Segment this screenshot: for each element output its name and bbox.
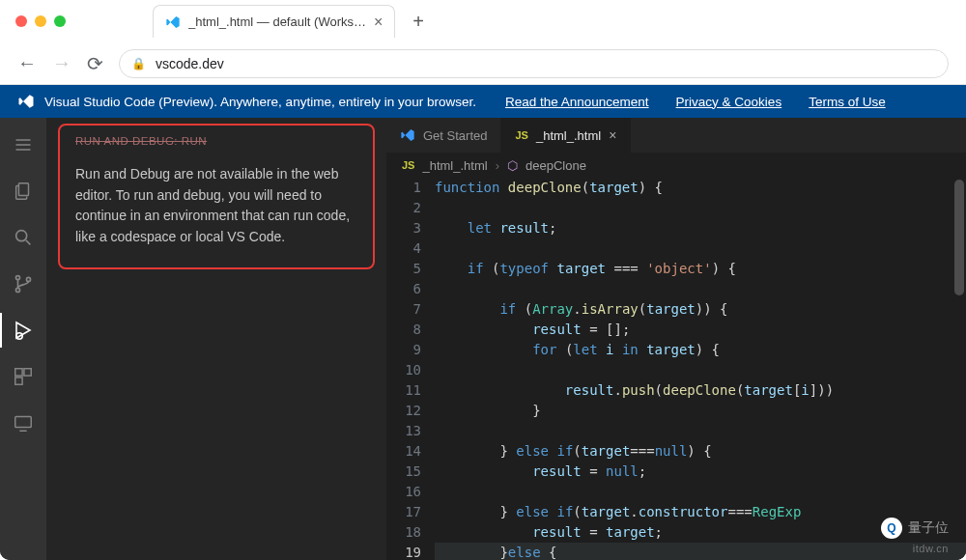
line-number: 19 (386, 543, 421, 560)
address-bar[interactable]: 🔒 vscode.dev (119, 49, 949, 78)
code-line[interactable]: }else { (435, 543, 966, 560)
new-tab-button[interactable]: + (412, 11, 424, 33)
line-number: 2 (386, 198, 421, 218)
chevron-right-icon: › (496, 158, 499, 173)
code-line[interactable] (435, 279, 966, 299)
line-number: 18 (386, 522, 421, 543)
code-line[interactable]: for (let i in target) { (435, 340, 966, 360)
run-debug-tab[interactable] (0, 309, 46, 351)
watermark-text: 量子位 (908, 519, 949, 537)
editor-tab-html[interactable]: JS _html_.html × (501, 118, 631, 153)
branch-icon (13, 273, 34, 294)
announcement-text: Visual Studio Code (Preview). Anywhere, … (44, 95, 476, 109)
maximize-window-button[interactable] (54, 15, 66, 27)
remote-tab[interactable] (0, 402, 46, 444)
remote-icon (13, 412, 34, 434)
code-content[interactable]: function deepClone(target) { let result;… (435, 178, 966, 560)
line-number: 12 (386, 401, 421, 421)
close-window-button[interactable] (15, 15, 27, 27)
svg-point-4 (26, 277, 30, 281)
vscode-icon (17, 93, 35, 110)
code-line[interactable] (435, 360, 966, 380)
forward-button[interactable]: → (52, 52, 71, 74)
line-number: 8 (386, 320, 421, 340)
editor-tab-get-started[interactable]: Get Started (386, 118, 501, 153)
link-terms[interactable]: Terms of Use (809, 95, 886, 109)
line-number: 9 (386, 340, 421, 360)
code-line[interactable] (435, 238, 966, 259)
url-text: vscode.dev (156, 56, 224, 71)
watermark-sub: itdw.cn (913, 543, 949, 554)
svg-point-1 (16, 231, 27, 241)
line-number: 3 (386, 218, 421, 238)
search-tab[interactable] (0, 216, 46, 259)
minimize-window-button[interactable] (35, 15, 46, 27)
extensions-tab[interactable] (0, 355, 46, 398)
link-announcement[interactable]: Read the Announcement (505, 95, 649, 109)
line-number: 5 (386, 259, 421, 279)
svg-rect-0 (18, 183, 28, 196)
code-line[interactable]: if (Array.isArray(target)) { (435, 299, 966, 320)
browser-tab-strip: _html_.html — default (Works… × + (0, 0, 966, 42)
editor-tab-bar: Get Started JS _html_.html × (386, 118, 966, 153)
code-line[interactable]: result.push(deepClone(target[i])) (435, 380, 966, 401)
editor-area: Get Started JS _html_.html × JS _html_.h… (386, 118, 966, 560)
watermark-logo: Q (881, 518, 902, 539)
code-line[interactable]: result = []; (435, 320, 966, 340)
svg-rect-7 (24, 369, 31, 376)
code-line[interactable]: let result; (435, 218, 966, 238)
line-number: 11 (386, 380, 421, 401)
source-control-tab[interactable] (0, 263, 46, 305)
code-line[interactable] (435, 482, 966, 502)
breadcrumbs[interactable]: JS _html_.html › ⬡ deepClone (386, 153, 966, 178)
browser-tab-title: _html_.html — default (Works… (188, 14, 366, 29)
line-number: 7 (386, 299, 421, 320)
svg-point-3 (15, 288, 19, 292)
editor-tab-label: Get Started (423, 128, 487, 143)
panel-title: RUN AND DEBUG: RUN (75, 135, 357, 147)
breadcrumb-symbol[interactable]: deepClone (526, 158, 586, 173)
vscode-icon (165, 14, 181, 30)
code-line[interactable]: if (typeof target === 'object') { (435, 259, 966, 279)
symbol-icon: ⬡ (507, 158, 518, 173)
lock-icon: 🔒 (131, 57, 146, 70)
svg-rect-9 (15, 417, 32, 428)
back-button[interactable]: ← (17, 52, 37, 74)
browser-toolbar: ← → ⟳ 🔒 vscode.dev (0, 42, 966, 85)
code-line[interactable]: } else if(target===null) { (435, 441, 966, 462)
window-controls[interactable] (15, 15, 66, 27)
line-number: 15 (386, 462, 421, 482)
code-line[interactable] (435, 198, 966, 218)
files-icon (13, 181, 34, 202)
svg-rect-8 (15, 378, 22, 384)
close-icon[interactable]: × (609, 127, 616, 143)
vscode-icon (400, 127, 415, 143)
svg-rect-6 (15, 369, 22, 376)
code-line[interactable]: result = null; (435, 462, 966, 482)
close-tab-icon[interactable]: × (374, 14, 383, 31)
line-number: 14 (386, 441, 421, 462)
panel-body: Run and Debug are not available in the w… (75, 164, 357, 248)
code-line[interactable]: function deepClone(target) { (435, 178, 966, 198)
code-line[interactable] (435, 421, 966, 441)
browser-tab[interactable]: _html_.html — default (Works… × (153, 5, 395, 38)
menu-button[interactable] (0, 124, 46, 166)
explorer-tab[interactable] (0, 170, 46, 212)
editor-tab-label: _html_.html (536, 128, 601, 143)
svg-point-2 (15, 276, 19, 280)
line-number: 17 (386, 502, 421, 522)
search-icon (13, 227, 34, 248)
breadcrumb-file[interactable]: _html_.html (422, 158, 487, 173)
line-number: 16 (386, 482, 421, 502)
code-editor[interactable]: 12345678910111213141516171819 function d… (386, 178, 966, 560)
run-debug-panel: RUN AND DEBUG: RUN Run and Debug are not… (46, 118, 386, 560)
link-privacy[interactable]: Privacy & Cookies (676, 95, 782, 109)
announcement-links: Read the Announcement Privacy & Cookies … (505, 95, 886, 109)
line-gutter: 12345678910111213141516171819 (386, 178, 435, 560)
line-number: 13 (386, 421, 421, 441)
line-number: 4 (386, 238, 421, 259)
code-line[interactable]: } (435, 401, 966, 421)
js-icon: JS (515, 129, 527, 141)
scrollbar-thumb[interactable] (954, 180, 964, 295)
reload-button[interactable]: ⟳ (87, 52, 103, 75)
